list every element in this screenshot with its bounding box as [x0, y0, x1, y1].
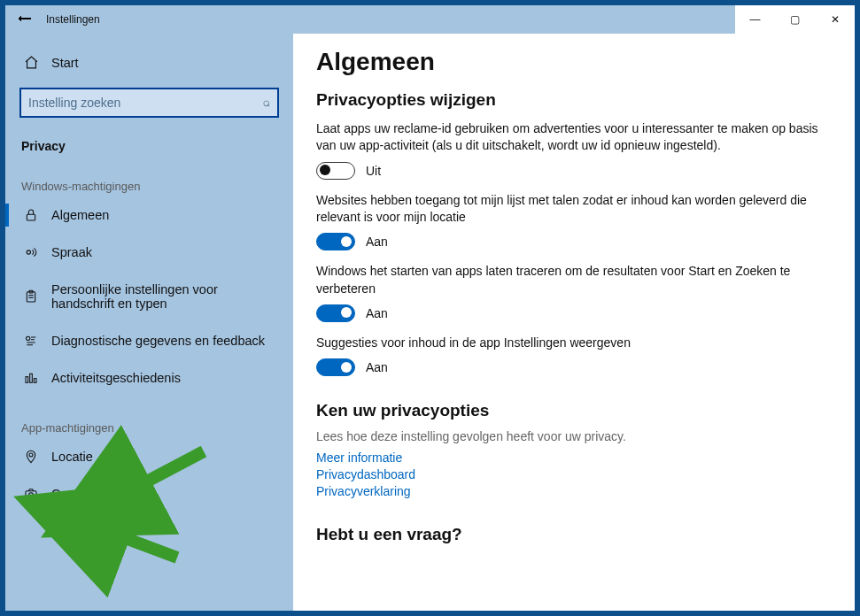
link-privacy-dashboard[interactable]: Privacydashboard	[316, 467, 830, 481]
sidebar-item-label: Persoonlijke instellingen voor handschri…	[51, 282, 279, 311]
svg-point-12	[29, 493, 34, 497]
minimize-icon: —	[750, 13, 761, 26]
sidebar-item-handwriting[interactable]: Persoonlijke instellingen voor handschri…	[5, 271, 293, 322]
page-heading: Algemeen	[316, 48, 830, 76]
toggle-row: Aan	[316, 358, 830, 376]
location-icon	[23, 450, 39, 464]
privacy-links-description: Lees hoe deze instelling gevolgen heeft …	[316, 429, 830, 443]
svg-point-1	[27, 250, 30, 254]
toggle-state-label: Aan	[366, 360, 388, 374]
maximize-icon: ▢	[790, 13, 800, 26]
back-button[interactable]: 🠔	[5, 5, 44, 34]
sidebar-section-privacy: Privacy	[5, 123, 293, 155]
svg-point-6	[27, 336, 30, 340]
svg-rect-0	[27, 214, 35, 220]
minimize-button[interactable]: —	[735, 5, 775, 34]
sidebar-item-label: Diagnostische gegevens en feedback	[51, 334, 265, 348]
toggle-thumb	[341, 307, 352, 318]
svg-rect-7	[26, 377, 28, 383]
section-heading-question: Hebt u een vraag?	[316, 525, 830, 544]
toggle-track-app-launches[interactable]	[316, 304, 355, 322]
svg-point-10	[29, 453, 33, 457]
titlebar: 🠔 Instellingen — ▢ ✕	[5, 5, 855, 34]
arrow-left-icon: 🠔	[18, 12, 32, 27]
caption-buttons: — ▢ ✕	[735, 5, 855, 34]
sidebar-item-label: Camera	[51, 487, 97, 501]
setting-description: Websites hebben toegang tot mijn lijst m…	[316, 192, 830, 227]
toggle-row: Uit	[316, 162, 830, 180]
sidebar-item-speech[interactable]: Spraak	[5, 234, 293, 271]
toggle-thumb	[341, 362, 352, 373]
setting-track-app-launches: Windows het starten van apps laten trace…	[316, 263, 830, 322]
sidebar-item-activity-history[interactable]: Activiteitsgeschiedenis	[5, 359, 293, 397]
privacy-links-section: Lees hoe deze instelling gevolgen heeft …	[316, 429, 830, 498]
sidebar-item-location[interactable]: Locatie	[5, 438, 293, 475]
sidebar-item-label: Algemeen	[51, 208, 109, 222]
window-title: Instellingen	[44, 13, 100, 26]
toggle-row: Aan	[316, 304, 830, 322]
maximize-button[interactable]: ▢	[775, 5, 815, 34]
toggle-thumb	[341, 236, 352, 247]
svg-rect-8	[30, 373, 33, 382]
sidebar-group-windows-permissions: Windows-machtigingen	[5, 155, 293, 196]
toggle-suggested-content[interactable]	[316, 358, 355, 376]
toggle-advertising-id[interactable]	[316, 162, 355, 180]
sidebar-item-diagnostics[interactable]: Diagnostische gegevens en feedback	[5, 322, 293, 359]
sidebar-item-label: Locatie	[51, 450, 93, 464]
diagnostics-icon	[23, 334, 39, 348]
activity-icon	[23, 371, 39, 385]
setting-suggested-content: Suggesties voor inhoud in de app Instell…	[316, 335, 830, 376]
search-input[interactable]	[19, 88, 279, 118]
setting-description: Windows het starten van apps laten trace…	[316, 263, 830, 297]
home-button[interactable]: Start	[5, 44, 293, 81]
search-icon: ⌕	[263, 95, 270, 109]
sidebar-item-camera[interactable]: Camera	[5, 475, 293, 512]
close-icon: ✕	[831, 13, 840, 26]
toggle-row: Aan	[316, 233, 830, 250]
svg-rect-9	[34, 379, 36, 383]
toggle-website-languages[interactable]	[316, 233, 355, 250]
toggle-thumb	[320, 165, 330, 175]
section-heading-privacy-options: Privacyopties wijzigen	[316, 90, 830, 110]
padlock-icon	[23, 208, 39, 222]
search-container: ⌕	[19, 88, 279, 118]
setting-description: Suggesties voor inhoud in de app Instell…	[316, 335, 830, 351]
nav-app-permissions: Locatie Camera	[5, 438, 293, 512]
setting-advertising-id: Laat apps uw reclame-id gebruiken om adv…	[316, 120, 830, 180]
link-privacy-statement[interactable]: Privacyverklaring	[316, 484, 830, 498]
section-heading-know-privacy: Ken uw privacyopties	[316, 401, 830, 420]
toggle-state-label: Aan	[366, 235, 388, 249]
main-panel: Algemeen Privacyopties wijzigen Laat app…	[293, 34, 855, 611]
home-icon	[23, 55, 39, 70]
voice-icon	[23, 245, 39, 259]
sidebar-item-label: Activiteitsgeschiedenis	[51, 371, 181, 385]
close-button[interactable]: ✕	[815, 5, 855, 34]
camera-icon	[23, 487, 39, 501]
home-label: Start	[51, 56, 79, 70]
toggle-state-label: Aan	[366, 306, 388, 320]
link-more-info[interactable]: Meer informatie	[316, 450, 830, 465]
sidebar-item-label: Spraak	[51, 245, 92, 259]
toggle-state-label: Uit	[366, 164, 381, 178]
clipboard-icon	[23, 289, 39, 304]
sidebar: Start ⌕ Privacy Windows-machtigingen Alg…	[5, 34, 293, 611]
sidebar-group-app-permissions: App-machtigingen	[5, 397, 293, 438]
setting-website-languages: Websites hebben toegang tot mijn lijst m…	[316, 192, 830, 251]
content-area: Start ⌕ Privacy Windows-machtigingen Alg…	[5, 34, 855, 611]
settings-window: 🠔 Instellingen — ▢ ✕ Start ⌕ Privacy Win…	[5, 5, 855, 611]
svg-rect-11	[26, 491, 36, 499]
setting-description: Laat apps uw reclame-id gebruiken om adv…	[316, 120, 830, 155]
nav-windows-permissions: Algemeen Spraak Persoonlijke instellinge…	[5, 196, 293, 397]
sidebar-item-general[interactable]: Algemeen	[5, 196, 293, 234]
